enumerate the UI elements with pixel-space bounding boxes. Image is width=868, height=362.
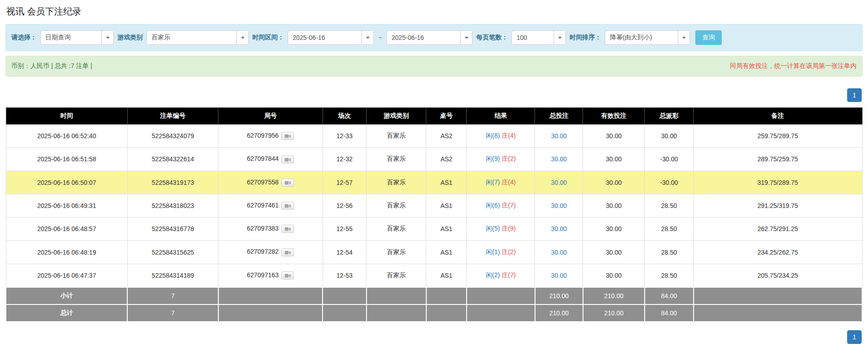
cell-game-type: 百家乐 xyxy=(366,125,426,148)
cell-bet-id: 522584324079 xyxy=(127,125,218,148)
total-bet-link[interactable]: 30.00 xyxy=(551,202,567,209)
table-row: 2025-06-16 06:51:58 522584322614 6270978… xyxy=(6,148,862,171)
subtotal-count: 7 xyxy=(127,287,218,304)
caret-down-icon[interactable] xyxy=(101,31,113,44)
date-to-select[interactable]: 2025-06-16 xyxy=(386,30,473,45)
caret-down-icon[interactable] xyxy=(362,31,373,44)
grand-total-label: 总计 xyxy=(6,304,127,322)
cell-result: 闲(5) 庄(9) xyxy=(467,217,535,241)
cell-session: 12-33 xyxy=(323,125,366,148)
game-type-select[interactable]: 百家乐 xyxy=(146,30,249,45)
cell-valid-bet: 30.00 xyxy=(583,241,645,264)
caret-down-icon[interactable] xyxy=(460,31,472,44)
total-bet-link[interactable]: 30.00 xyxy=(551,249,567,256)
cell-total-bet: 30.00 xyxy=(535,148,583,171)
date-from-select[interactable]: 2025-06-16 xyxy=(288,30,374,45)
cell-session: 12-32 xyxy=(323,148,366,171)
grand-total-empty-cell xyxy=(366,304,426,322)
result-banker: 庄(4) xyxy=(502,179,516,186)
round-id-text: 627097282 xyxy=(247,248,279,255)
video-camera-icon xyxy=(285,203,291,208)
cell-total-bet: 30.00 xyxy=(535,171,583,194)
table-row: 2025-06-16 06:50:07 522584319173 6270975… xyxy=(6,171,862,194)
cell-result: 闲(7) 庄(4) xyxy=(467,171,535,194)
cell-payout: -30.00 xyxy=(645,171,694,194)
cell-time: 2025-06-16 06:51:58 xyxy=(6,148,127,171)
cell-time: 2025-06-16 06:49:31 xyxy=(6,194,127,217)
subtotal-total-bet: 210.00 xyxy=(535,287,583,304)
total-bet-link[interactable]: 30.00 xyxy=(551,155,567,163)
cell-session: 12-53 xyxy=(323,264,366,287)
result-player: 闲(1) xyxy=(486,248,500,256)
video-camera-icon xyxy=(285,134,291,139)
round-id-text: 627097461 xyxy=(247,202,279,209)
subtotal-valid-bet: 210.00 xyxy=(583,287,645,304)
video-replay-button[interactable] xyxy=(281,132,294,140)
result-banker: 庄(2) xyxy=(502,155,516,162)
cell-payout: 28.50 xyxy=(645,241,694,264)
video-replay-button[interactable] xyxy=(281,271,294,280)
subtotal-empty-cell xyxy=(467,287,535,304)
result-player: 闲(9) xyxy=(486,155,500,162)
result-banker: 庄(4) xyxy=(502,132,516,139)
table-row: 2025-06-16 06:48:57 522584316778 6270973… xyxy=(6,217,862,241)
video-replay-button[interactable] xyxy=(281,202,294,210)
cell-total-bet: 30.00 xyxy=(535,194,583,217)
page-button-1[interactable]: 1 xyxy=(847,88,862,102)
grand-total-empty-cell xyxy=(467,304,535,322)
table-body: 2025-06-16 06:52:40 522584324079 6270979… xyxy=(6,125,862,288)
video-replay-button[interactable] xyxy=(281,179,294,187)
page-button-1[interactable]: 1 xyxy=(847,330,862,344)
subtotal-empty-cell xyxy=(694,287,862,304)
date-to-value: 2025-06-16 xyxy=(387,31,460,44)
table-footer: 小计 7 210.00 210.00 84.00 总计 7 210.00 210… xyxy=(6,287,862,322)
video-replay-button[interactable] xyxy=(281,225,294,233)
grand-total-total-bet: 210.00 xyxy=(535,304,583,322)
cell-bet-id: 522584319173 xyxy=(127,171,218,194)
grand-total-empty-cell xyxy=(426,304,467,322)
grand-total-row: 总计 7 210.00 210.00 84.00 xyxy=(6,304,862,322)
header-time: 时间 xyxy=(6,108,127,125)
cell-remark: 289.75/259.75 xyxy=(694,148,862,171)
cell-payout: -30.00 xyxy=(645,148,694,171)
total-bet-link[interactable]: 30.00 xyxy=(551,132,567,140)
subtotal-label: 小计 xyxy=(6,287,127,304)
cell-remark: 262.75/291.25 xyxy=(694,217,862,241)
total-bet-link[interactable]: 30.00 xyxy=(551,179,567,186)
cell-remark: 319.75/289.75 xyxy=(694,171,862,194)
query-type-select[interactable]: 日期查询 xyxy=(40,30,114,45)
result-banker: 庄(7) xyxy=(502,271,516,279)
caret-down-icon xyxy=(366,37,370,39)
video-replay-button[interactable] xyxy=(281,248,294,256)
header-session: 场次 xyxy=(323,108,366,125)
caret-down-icon xyxy=(465,37,468,39)
cell-round-id: 627097383 xyxy=(218,217,323,241)
cell-game-type: 百家乐 xyxy=(366,264,426,287)
video-camera-icon xyxy=(285,157,291,162)
caret-down-icon[interactable] xyxy=(678,31,690,44)
subtotal-payout: 84.00 xyxy=(645,287,694,304)
grand-total-valid-bet: 210.00 xyxy=(583,304,645,322)
total-bet-link[interactable]: 30.00 xyxy=(551,272,567,279)
cell-bet-id: 522584318023 xyxy=(127,194,218,217)
cell-payout: 28.50 xyxy=(645,194,694,217)
sort-select[interactable]: 降幂(由大到小) xyxy=(605,30,690,45)
header-payout: 总派彩 xyxy=(645,108,694,125)
page-size-select[interactable]: 100 xyxy=(511,30,566,45)
subtotal-empty-cell xyxy=(366,287,426,304)
cell-result: 闲(2) 庄(7) xyxy=(467,264,535,287)
cell-session: 12-54 xyxy=(323,241,366,264)
cell-result: 闲(6) 庄(7) xyxy=(467,194,535,217)
query-button[interactable]: 查询 xyxy=(695,30,722,45)
caret-down-icon[interactable] xyxy=(554,31,565,44)
cell-round-id: 627097558 xyxy=(218,171,323,194)
cell-remark: 234.25/262.75 xyxy=(694,241,862,264)
total-bet-link[interactable]: 30.00 xyxy=(551,225,567,232)
caret-down-icon[interactable] xyxy=(236,31,248,44)
cell-time: 2025-06-16 06:48:57 xyxy=(6,217,127,241)
cell-time: 2025-06-16 06:52:40 xyxy=(6,125,127,148)
video-replay-button[interactable] xyxy=(281,155,294,164)
caret-down-icon xyxy=(106,37,110,39)
subtotal-empty-cell xyxy=(323,287,366,304)
cell-valid-bet: 30.00 xyxy=(583,264,645,287)
